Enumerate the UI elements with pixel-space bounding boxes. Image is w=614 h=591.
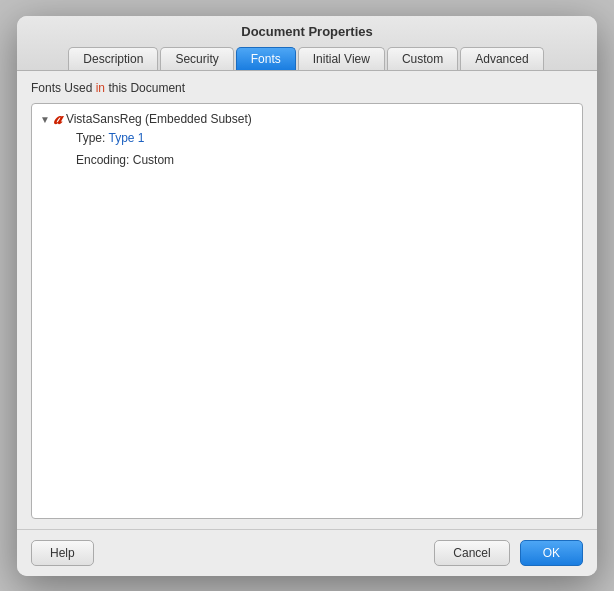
expand-icon: ▼ <box>40 114 50 125</box>
dialog-title: Document Properties <box>29 24 585 39</box>
help-button[interactable]: Help <box>31 540 94 566</box>
type-value: Type 1 <box>108 131 144 145</box>
font-item-row: ▼ 𝒂 VistaSansReg (Embedded Subset) <box>40 112 574 127</box>
title-bar: Document Properties Description Security… <box>17 16 597 71</box>
cancel-button[interactable]: Cancel <box>434 540 509 566</box>
tab-custom[interactable]: Custom <box>387 47 458 70</box>
footer: Help Cancel OK <box>17 529 597 576</box>
tab-description[interactable]: Description <box>68 47 158 70</box>
font-type-line: Type: Type 1 <box>76 131 574 145</box>
font-name: VistaSansReg (Embedded Subset) <box>66 112 252 126</box>
section-label: Fonts Used in this Document <box>31 81 583 95</box>
font-encoding-line: Encoding: Custom <box>76 153 574 167</box>
tab-advanced[interactable]: Advanced <box>460 47 543 70</box>
font-details: Type: Type 1 Encoding: Custom <box>40 131 574 167</box>
tab-fonts[interactable]: Fonts <box>236 47 296 70</box>
tab-initial-view[interactable]: Initial View <box>298 47 385 70</box>
content-area: Fonts Used in this Document ▼ 𝒂 VistaSan… <box>17 71 597 529</box>
ok-button[interactable]: OK <box>520 540 583 566</box>
font-type-icon: 𝒂 <box>54 111 62 127</box>
tab-bar: Description Security Fonts Initial View … <box>29 47 585 70</box>
font-list-box[interactable]: ▼ 𝒂 VistaSansReg (Embedded Subset) Type:… <box>31 103 583 519</box>
section-label-highlight: in <box>96 81 105 95</box>
section-label-post: this Document <box>105 81 185 95</box>
encoding-label: Encoding: <box>76 153 133 167</box>
tab-security[interactable]: Security <box>160 47 233 70</box>
type-label: Type: <box>76 131 108 145</box>
document-properties-dialog: Document Properties Description Security… <box>17 16 597 576</box>
section-label-pre: Fonts Used <box>31 81 96 95</box>
encoding-value: Custom <box>133 153 174 167</box>
footer-right-buttons: Cancel OK <box>434 540 583 566</box>
